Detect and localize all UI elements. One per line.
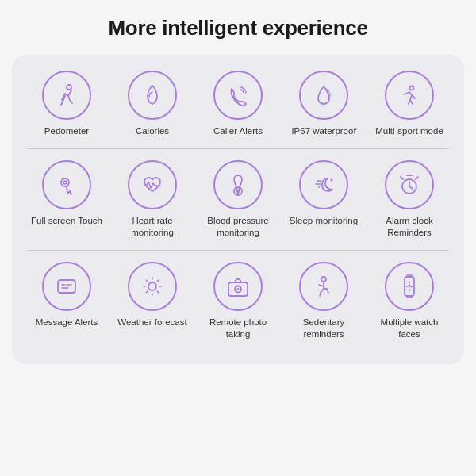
feature-photo: Remote photo taking [198, 262, 278, 340]
feature-message: Message Alerts [27, 262, 106, 328]
pedometer-icon-circle [42, 71, 91, 120]
feature-row-3: Message Alerts Weather forecast [20, 262, 456, 351]
weather-icon [140, 274, 165, 299]
message-icon [54, 274, 79, 299]
photo-icon [225, 274, 251, 299]
touch-label: Full screen Touch [31, 215, 102, 227]
waterproof-icon-circle [299, 71, 348, 120]
touch-icon-circle [42, 160, 91, 209]
sleep-icon [311, 172, 336, 198]
svg-point-2 [61, 178, 69, 186]
watch-faces-label: Multiple watch faces [370, 317, 449, 340]
sport-mode-icon [397, 83, 422, 108]
feature-alarm: Alarm clock Reminders [370, 160, 449, 239]
photo-icon-circle [213, 262, 263, 311]
svg-point-5 [236, 190, 240, 193]
feature-touch: Full screen Touch [27, 160, 106, 227]
feature-row-1: Pedometer Calories Caller Alerts [20, 71, 456, 148]
pedometer-icon [54, 83, 79, 108]
heart-rate-icon-circle [128, 160, 177, 209]
svg-point-3 [63, 181, 67, 184]
feature-watch-faces: Multiple watch faces [370, 262, 449, 340]
svg-rect-9 [58, 280, 75, 293]
sport-mode-label: Multi-sport mode [375, 125, 443, 137]
photo-label: Remote photo taking [198, 317, 278, 340]
svg-point-6 [331, 178, 333, 181]
feature-blood-pressure: Blood pressure monitoring [198, 160, 278, 239]
weather-icon-circle [128, 262, 177, 311]
message-label: Message Alerts [36, 317, 98, 328]
calories-label: Calories [136, 125, 169, 137]
sport-mode-icon-circle [385, 71, 434, 120]
sleep-icon-circle [299, 160, 348, 209]
calories-icon [140, 83, 165, 108]
caller-alerts-icon [225, 83, 251, 108]
feature-sleep: Sleep monitoring [284, 160, 363, 227]
caller-alerts-icon-circle [213, 71, 263, 120]
divider-2 [28, 250, 448, 251]
feature-sedentary: Sedentary reminders [284, 262, 363, 340]
feature-row-2: Full screen Touch Heart rate monitoring [20, 160, 456, 250]
blood-pressure-icon-circle [213, 160, 263, 209]
heart-rate-icon [140, 172, 165, 198]
weather-label: Weather forecast [117, 317, 186, 328]
svg-point-1 [410, 86, 414, 90]
blood-pressure-label: Blood pressure monitoring [198, 215, 278, 239]
alarm-icon [397, 172, 422, 198]
sedentary-label: Sedentary reminders [284, 317, 363, 340]
svg-point-7 [318, 186, 320, 188]
feature-sport-mode: Multi-sport mode [370, 71, 449, 137]
svg-point-10 [148, 282, 156, 290]
svg-point-13 [237, 288, 240, 290]
feature-heart-rate: Heart rate monitoring [113, 160, 192, 239]
waterproof-label: IP67 waterproof [291, 125, 355, 137]
alarm-label: Alarm clock Reminders [370, 215, 449, 239]
page-title: More intelligent experience [108, 16, 367, 40]
message-icon-circle [42, 262, 91, 311]
feature-waterproof: IP67 waterproof [284, 71, 363, 137]
heart-rate-label: Heart rate monitoring [113, 215, 192, 239]
sedentary-icon-circle [299, 262, 348, 311]
watch-faces-icon [397, 274, 422, 299]
svg-point-0 [67, 85, 71, 90]
pedometer-label: Pedometer [44, 125, 89, 137]
watch-faces-icon-circle [385, 262, 434, 311]
feature-weather: Weather forecast [113, 262, 192, 328]
divider-1 [28, 148, 448, 149]
sedentary-icon [311, 274, 336, 299]
calories-icon-circle [128, 71, 177, 120]
sleep-label: Sleep monitoring [290, 215, 358, 227]
waterproof-icon [311, 83, 336, 108]
blood-pressure-icon [225, 172, 251, 198]
touch-icon [54, 172, 79, 198]
features-card: Pedometer Calories Caller Alerts [12, 55, 464, 364]
feature-caller-alerts: Caller Alerts [198, 71, 278, 137]
alarm-icon-circle [385, 160, 434, 209]
feature-pedometer: Pedometer [27, 71, 106, 137]
feature-calories: Calories [113, 71, 192, 137]
caller-alerts-label: Caller Alerts [213, 125, 263, 137]
